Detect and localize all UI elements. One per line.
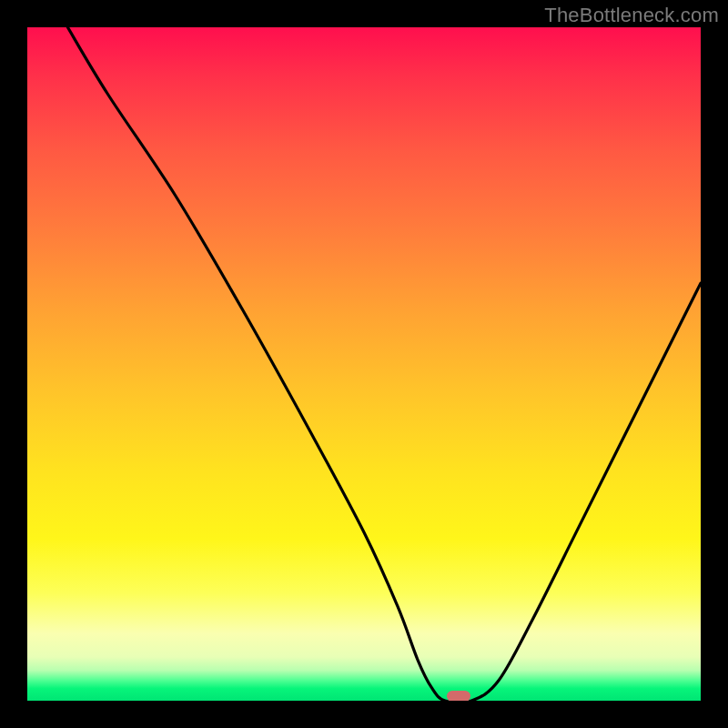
watermark-text: TheBottleneck.com: [544, 4, 719, 27]
plot-area: [27, 27, 701, 701]
bottleneck-curve: [67, 27, 701, 701]
curve-svg: [27, 27, 701, 701]
chart-frame: TheBottleneck.com: [0, 0, 728, 728]
optimal-point-marker: [447, 691, 470, 701]
